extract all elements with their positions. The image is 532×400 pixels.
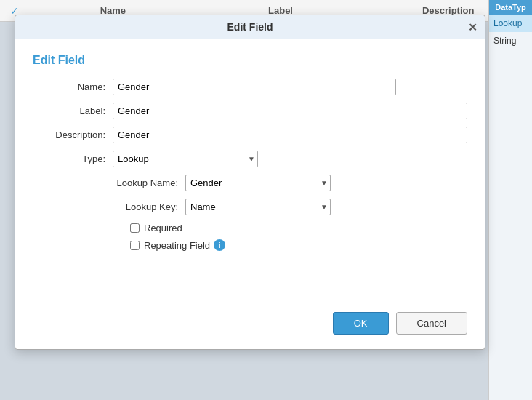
lookup-name-label: Lookup Name: xyxy=(113,177,185,188)
close-icon[interactable]: ✕ xyxy=(468,22,477,33)
edit-field-modal: Edit Field ✕ Edit Field Name: Label: Des… xyxy=(15,15,485,350)
ok-button[interactable]: OK xyxy=(333,312,389,335)
name-row: Name: xyxy=(33,79,467,95)
type-row: Type: Lookup String Integer Date Boolean… xyxy=(33,151,467,167)
repeating-field-info-icon[interactable]: i xyxy=(214,239,225,251)
lookup-name-row: Lookup Name: Gender Status Category ▼ xyxy=(113,175,467,191)
modal-footer: OK Cancel xyxy=(15,268,485,349)
modal-titlebar: Edit Field ✕ xyxy=(15,15,485,39)
lookup-name-select-wrapper: Gender Status Category ▼ xyxy=(185,175,331,191)
lookup-key-select-wrapper: Name ID Code ▼ xyxy=(185,199,331,215)
type-select[interactable]: Lookup String Integer Date Boolean xyxy=(113,151,258,167)
section-title: Edit Field xyxy=(33,54,467,67)
repeating-row: Repeating Field i xyxy=(130,239,467,251)
name-input[interactable] xyxy=(113,79,396,95)
lookup-key-row: Lookup Key: Name ID Code ▼ xyxy=(113,199,467,215)
sidebar-item-string[interactable]: String xyxy=(489,32,532,49)
type-label: Type: xyxy=(33,153,113,164)
description-row: Description: xyxy=(33,127,467,143)
modal-body: Edit Field Name: Label: Description: Typ… xyxy=(15,39,485,268)
label-input[interactable] xyxy=(113,103,467,119)
label-row: Label: xyxy=(33,103,467,119)
name-label: Name: xyxy=(33,81,113,92)
label-label: Label: xyxy=(33,105,113,116)
repeating-field-checkbox[interactable] xyxy=(130,241,140,250)
modal-title: Edit Field xyxy=(227,21,273,33)
repeating-field-label[interactable]: Repeating Field xyxy=(144,240,210,251)
cancel-button[interactable]: Cancel xyxy=(396,312,467,335)
lookup-name-select[interactable]: Gender Status Category xyxy=(185,175,331,191)
required-checkbox[interactable] xyxy=(130,223,140,233)
lookup-key-label: Lookup Key: xyxy=(113,201,185,212)
description-input[interactable] xyxy=(113,127,467,143)
lookup-key-select[interactable]: Name ID Code xyxy=(185,199,331,215)
required-label[interactable]: Required xyxy=(144,223,182,233)
sidebar-item-lookup[interactable]: Lookup xyxy=(489,15,532,32)
type-select-wrapper: Lookup String Integer Date Boolean ▼ xyxy=(113,151,258,167)
required-row: Required xyxy=(130,223,467,233)
sidebar-header: DataTyp xyxy=(489,0,532,15)
right-sidebar: DataTyp Lookup String xyxy=(488,0,532,400)
description-label: Description: xyxy=(33,129,113,140)
